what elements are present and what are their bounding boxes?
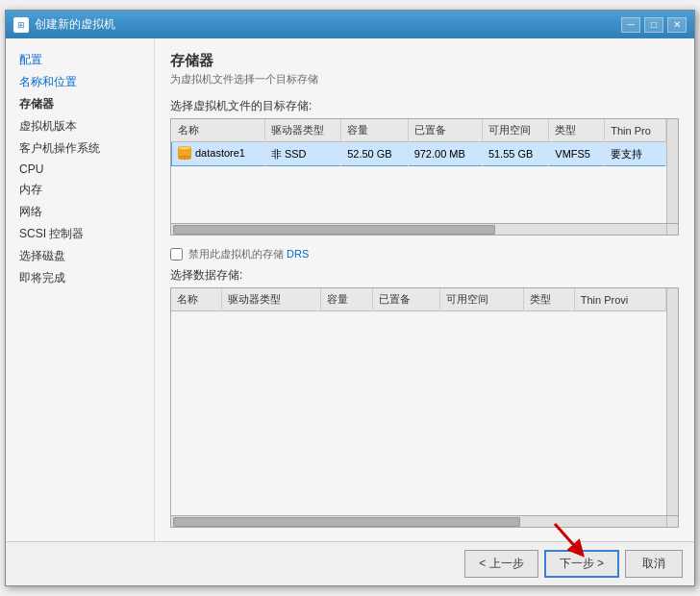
datastore-icon-row: datastore1 <box>178 146 245 160</box>
top-table-h-scrollbar[interactable] <box>171 224 666 235</box>
sidebar-item-guest-os[interactable]: 客户机操作系统 <box>15 138 144 159</box>
top-table-h-scrollbar-container <box>170 224 679 236</box>
col-free: 可用空间 <box>482 119 548 142</box>
bot-col-thin: Thin Provi <box>574 288 665 311</box>
bot-col-type: 类型 <box>523 288 574 311</box>
disable-drs-row: 禁用此虚拟机的存储 DRS <box>170 247 679 261</box>
cancel-button[interactable]: 取消 <box>625 550 683 578</box>
cell-capacity: 52.50 GB <box>341 142 408 166</box>
cell-free: 51.55 GB <box>482 142 548 166</box>
sidebar-item-config[interactable]: 配置 <box>15 50 144 70</box>
bot-col-provisioned: 已置备 <box>372 288 439 311</box>
col-provisioned: 已置备 <box>408 119 482 142</box>
bottom-table-label: 选择数据存储: <box>170 267 679 284</box>
col-capacity: 容量 <box>341 119 408 142</box>
section-subtitle: 为虚拟机文件选择一个目标存储 <box>170 72 679 87</box>
sidebar-item-network[interactable]: 网络 <box>15 202 144 222</box>
sidebar-item-name-location[interactable]: 名称和位置 <box>15 72 144 92</box>
svg-line-4 <box>555 524 579 551</box>
bot-scroll-corner <box>666 516 678 527</box>
bottom-table-wrapper: 名称 驱动器类型 容量 已置备 可用空间 类型 Thin Provi <box>170 287 679 516</box>
svg-point-1 <box>178 146 191 150</box>
title-bar: ⊞ 创建新的虚拟机 ─ □ ✕ <box>6 11 694 38</box>
drs-link[interactable]: DRS <box>287 248 309 260</box>
close-button[interactable]: ✕ <box>667 17 687 33</box>
sidebar-item-memory[interactable]: 内存 <box>15 180 144 200</box>
datastore-icon <box>178 146 191 160</box>
bottom-table-scroll-content: 名称 驱动器类型 容量 已置备 可用空间 类型 Thin Provi <box>171 288 666 515</box>
footer: < 上一步 下一步 > 取消 <box>6 541 694 585</box>
bottom-table-h-scrollbar-container <box>170 516 679 528</box>
col-type: 类型 <box>549 119 605 142</box>
table-row[interactable]: datastore1 非 SSD 52.50 GB 972.00 MB 51.5… <box>172 142 666 166</box>
title-bar-controls: ─ □ ✕ <box>621 17 687 33</box>
bot-col-drive-type: 驱动器类型 <box>222 288 321 311</box>
section-title: 存储器 <box>170 52 679 70</box>
disable-drs-label: 禁用此虚拟机的存储 DRS <box>188 247 309 261</box>
bottom-table-v-scrollbar[interactable] <box>666 288 678 515</box>
cell-name: datastore1 <box>172 142 265 166</box>
cell-thin: 要支持 <box>605 142 666 166</box>
col-name: 名称 <box>172 119 265 142</box>
cell-drive-type: 非 SSD <box>264 142 340 166</box>
content-area: 配置 名称和位置 存储器 虚拟机版本 客户机操作系统 CPU 内存 网络 SCS… <box>6 38 694 541</box>
cell-type: VMFS5 <box>549 142 605 166</box>
maximize-button[interactable]: □ <box>644 17 663 33</box>
bot-col-name: 名称 <box>171 288 222 311</box>
main-window: ⊞ 创建新的虚拟机 ─ □ ✕ 配置 名称和位置 存储器 虚拟机版本 客户机操作… <box>5 10 695 586</box>
arrow-indicator <box>545 514 593 562</box>
sidebar: 配置 名称和位置 存储器 虚拟机版本 客户机操作系统 CPU 内存 网络 SCS… <box>6 38 155 541</box>
title-bar-left: ⊞ 创建新的虚拟机 <box>13 16 115 33</box>
top-datastore-table: 名称 驱动器类型 容量 已置备 可用空间 类型 Thin Pro <box>171 119 666 166</box>
top-table-h-thumb <box>173 225 495 235</box>
svg-point-2 <box>178 156 191 160</box>
top-table-label: 选择虚拟机文件的目标存储: <box>170 98 679 114</box>
sidebar-item-storage[interactable]: 存储器 <box>15 94 144 114</box>
back-button[interactable]: < 上一步 <box>464 550 538 578</box>
scroll-corner <box>666 224 678 235</box>
window-title: 创建新的虚拟机 <box>35 16 115 33</box>
sidebar-item-cpu[interactable]: CPU <box>15 161 144 178</box>
window-icon: ⊞ <box>13 17 29 33</box>
col-drive-type: 驱动器类型 <box>264 119 340 142</box>
minimize-button[interactable]: ─ <box>621 17 640 33</box>
bottom-datastore-table: 名称 驱动器类型 容量 已置备 可用空间 类型 Thin Provi <box>171 288 666 311</box>
main-panel: 存储器 为虚拟机文件选择一个目标存储 选择虚拟机文件的目标存储: 名称 驱动器类… <box>155 38 694 541</box>
col-thin: Thin Pro <box>605 119 666 142</box>
bottom-table-h-thumb <box>173 517 520 527</box>
bot-col-capacity: 容量 <box>321 288 372 311</box>
bot-col-free: 可用空间 <box>439 288 523 311</box>
cell-provisioned: 972.00 MB <box>408 142 482 166</box>
sidebar-item-select-disk[interactable]: 选择磁盘 <box>15 246 144 266</box>
top-table-v-scrollbar[interactable] <box>666 119 678 223</box>
sidebar-item-vm-version[interactable]: 虚拟机版本 <box>15 116 144 137</box>
disable-drs-checkbox[interactable] <box>170 248 183 261</box>
top-table-scroll-content: 名称 驱动器类型 容量 已置备 可用空间 类型 Thin Pro <box>171 119 666 223</box>
top-table-wrapper: 名称 驱动器类型 容量 已置备 可用空间 类型 Thin Pro <box>170 118 679 224</box>
sidebar-item-finish[interactable]: 即将完成 <box>15 268 144 288</box>
sidebar-item-scsi[interactable]: SCSI 控制器 <box>15 224 144 244</box>
